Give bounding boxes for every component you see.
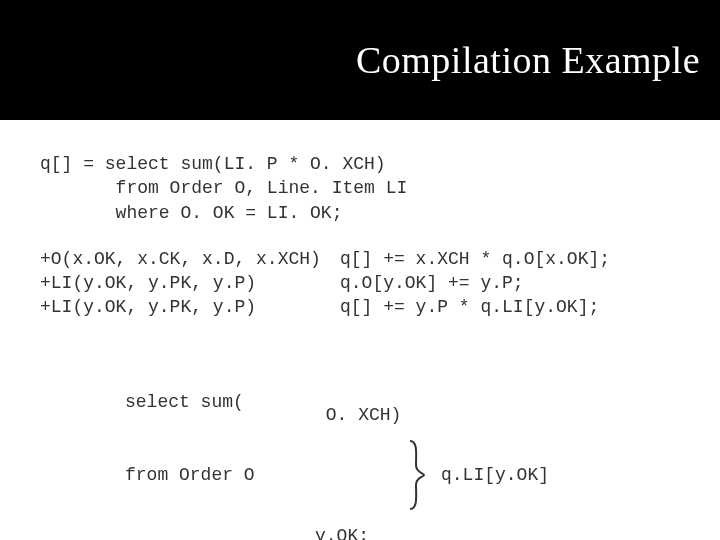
slide-title: Compilation Example xyxy=(356,38,700,82)
subquery-result: q.LI[y.OK] xyxy=(427,463,549,487)
delta-block: +O(x.OK, x.CK, x.D, x.XCH) q[] += x.XCH … xyxy=(40,247,680,320)
delta-trigger: +LI(y.OK, y.PK, y.P) xyxy=(40,295,340,319)
delta-update: q[] += x.XCH * q.O[x.OK]; xyxy=(340,247,680,271)
subquery-line: y.OK; xyxy=(315,524,405,540)
query-block: q[] = select sum(LI. P * O. XCH) from Or… xyxy=(40,152,680,225)
subquery-block: select sum( from Order O where O. OK = O… xyxy=(40,342,680,540)
delta-update: q.O[y.OK] += y.P; xyxy=(340,271,680,295)
brace-icon xyxy=(405,439,427,511)
subquery-line: select sum( xyxy=(125,390,315,414)
delta-row: +LI(y.OK, y.PK, y.P) q.O[y.OK] += y.P; xyxy=(40,271,680,295)
subquery-line: where O. OK = xyxy=(125,536,315,540)
query-line: from Order O, Line. Item LI xyxy=(40,176,680,200)
delta-trigger: +O(x.OK, x.CK, x.D, x.XCH) xyxy=(40,247,340,271)
subquery-line: O. XCH) xyxy=(315,403,405,427)
subquery-line: from Order O xyxy=(125,463,315,487)
delta-row: +LI(y.OK, y.PK, y.P) q[] += y.P * q.LI[y… xyxy=(40,295,680,319)
delta-trigger: +LI(y.OK, y.PK, y.P) xyxy=(40,271,340,295)
subquery-mid: O. XCH) y.OK; xyxy=(315,354,405,540)
query-line: where O. OK = LI. OK; xyxy=(40,201,680,225)
delta-update: q[] += y.P * q.LI[y.OK]; xyxy=(340,295,680,319)
slide: Compilation Example q[] = select sum(LI.… xyxy=(0,0,720,540)
subquery-left: select sum( from Order O where O. OK = xyxy=(125,342,315,540)
query-line: q[] = select sum(LI. P * O. XCH) xyxy=(40,152,680,176)
delta-row: +O(x.OK, x.CK, x.D, x.XCH) q[] += x.XCH … xyxy=(40,247,680,271)
title-bar: Compilation Example xyxy=(0,0,720,120)
slide-body: q[] = select sum(LI. P * O. XCH) from Or… xyxy=(0,120,720,540)
